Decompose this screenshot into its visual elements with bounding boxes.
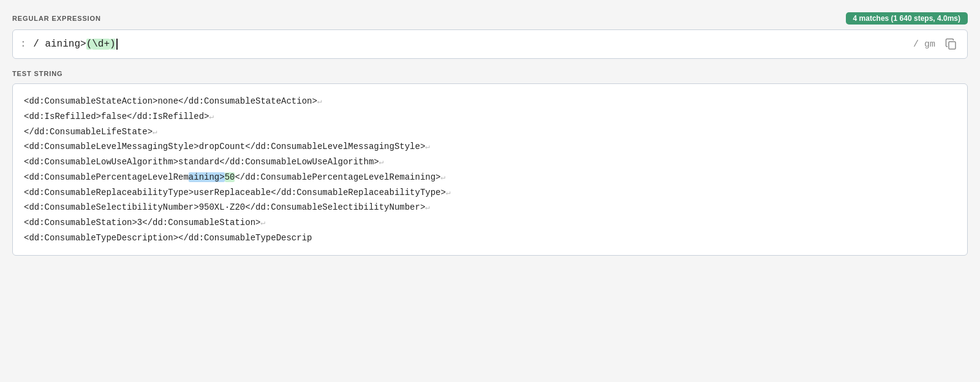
list-item: <dd:ConsumableTypeDescription></dd:Consu…: [24, 231, 956, 246]
list-item: <dd:ConsumableStateAction>none</dd:Consu…: [24, 94, 956, 109]
regex-pattern-inner: \d+: [92, 39, 110, 50]
list-item: <dd:ConsumableLowUseAlgorithm>standard</…: [24, 155, 956, 170]
test-string-box[interactable]: <dd:ConsumableStateAction>none</dd:Consu…: [12, 83, 968, 256]
list-item: <dd:ConsumableSelectibilityNumber>950XL·…: [24, 200, 956, 215]
regex-section-header: REGULAR EXPRESSION 4 matches (1 640 step…: [12, 12, 968, 25]
list-item: <dd:ConsumablePercentageLevelRemaining>5…: [24, 170, 956, 185]
test-string-section: TEST STRING <dd:ConsumableStateAction>no…: [12, 70, 968, 256]
regex-delimiter-prefix: :: [20, 39, 26, 50]
regex-plain-part: / aining>: [28, 39, 86, 50]
regex-highlight-group: (: [86, 39, 92, 50]
list-item: <dd:IsRefilled>false</dd:IsRefilled>↵: [24, 109, 956, 124]
regex-section-label: REGULAR EXPRESSION: [12, 15, 101, 22]
list-item: <dd:ConsumableLevelMessagingStyle>dropCo…: [24, 139, 956, 155]
match-highlight-value: 50: [225, 172, 235, 182]
match-highlight-context: aining>: [189, 172, 225, 182]
regex-input-container[interactable]: : / aining>(\d+) / gm: [12, 29, 968, 59]
copy-button[interactable]: [943, 36, 960, 53]
regex-input-text[interactable]: / aining>(\d+): [28, 39, 908, 50]
regex-highlight-group-close: ): [110, 39, 116, 50]
svg-rect-0: [949, 42, 956, 49]
list-item: <dd:ConsumableStation>3</dd:ConsumableSt…: [24, 215, 956, 231]
list-item: </dd:ConsumableLifeState>↵: [24, 124, 956, 140]
regex-cursor: [116, 39, 118, 50]
regex-section: REGULAR EXPRESSION 4 matches (1 640 step…: [12, 12, 968, 59]
regex-flags: / gm: [913, 39, 935, 50]
matches-badge: 4 matches (1 640 steps, 4.0ms): [846, 12, 968, 25]
list-item: <dd:ConsumableReplaceabilityType>userRep…: [24, 185, 956, 201]
copy-icon: [945, 38, 957, 50]
test-string-label: TEST STRING: [12, 70, 968, 77]
